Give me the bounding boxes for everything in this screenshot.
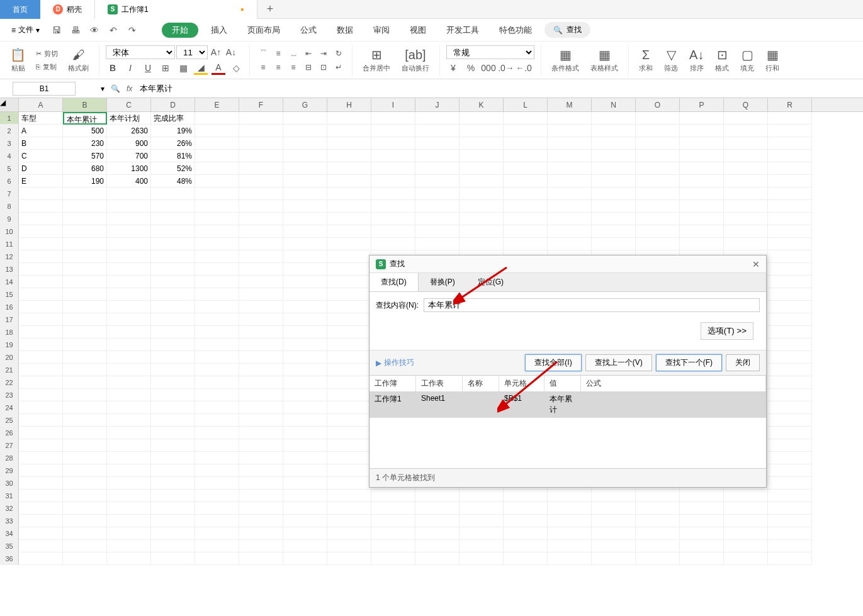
cell[interactable] [19,313,63,326]
cell[interactable] [415,490,460,502]
find-prev-button[interactable]: 查找上一个(V) [585,354,652,371]
cell[interactable] [592,137,636,150]
cell[interactable]: D [19,162,63,175]
cell[interactable] [724,200,768,213]
cell[interactable] [19,200,63,213]
cell[interactable] [195,452,239,464]
cell[interactable] [107,188,151,200]
cell[interactable] [327,427,371,439]
cell[interactable] [151,188,195,200]
cell[interactable] [151,376,195,389]
cell[interactable] [19,464,63,477]
cell[interactable] [768,137,812,150]
cell[interactable] [151,490,195,502]
cell[interactable] [107,401,151,414]
col-header-O[interactable]: O [636,98,680,111]
cell[interactable] [636,125,680,137]
cell[interactable] [63,364,107,376]
tab-docer[interactable]: D 稻壳 [40,0,95,19]
cell[interactable] [19,452,63,464]
cell[interactable] [151,389,195,401]
row-header[interactable]: 31 [0,490,19,502]
font-name-select[interactable]: 宋体 [106,45,175,59]
cell[interactable] [504,238,548,250]
cell[interactable] [283,213,327,225]
row-header[interactable]: 21 [0,364,19,376]
cell[interactable] [239,552,283,565]
cell[interactable] [19,477,63,490]
cell[interactable] [239,301,283,313]
indent-left-icon[interactable]: ⇤ [302,47,315,60]
row-header[interactable]: 13 [0,263,19,276]
cell[interactable] [415,200,460,213]
cell[interactable] [283,401,327,414]
cell[interactable] [239,339,283,351]
cell[interactable] [504,490,548,502]
new-tab-button[interactable]: + [257,3,283,16]
cell[interactable] [195,364,239,376]
cell[interactable] [63,477,107,490]
cell[interactable] [327,452,371,464]
cell[interactable] [195,162,239,175]
cell[interactable] [19,527,63,540]
cell[interactable] [283,452,327,464]
cell[interactable] [371,188,415,200]
cell[interactable] [283,439,327,452]
menu-layout[interactable]: 页面布局 [240,19,288,42]
cell[interactable] [768,452,812,464]
bold-icon[interactable]: B [106,61,120,75]
cell[interactable] [548,502,592,515]
cell[interactable] [548,213,592,225]
cell[interactable] [283,351,327,364]
tips-link[interactable]: ▶ 操作技巧 [376,357,414,368]
cell[interactable] [151,464,195,477]
cell[interactable] [636,137,680,150]
cell[interactable] [548,112,592,125]
cell[interactable] [19,276,63,288]
number-format-select[interactable]: 常规 [446,45,534,59]
row-header[interactable]: 15 [0,288,19,301]
cell[interactable] [151,225,195,238]
row-header[interactable]: 3 [0,137,19,150]
cell[interactable] [107,364,151,376]
cut-button[interactable]: ✂剪切 [33,48,60,60]
cell[interactable] [19,439,63,452]
cell[interactable] [415,552,460,565]
row-header[interactable]: 22 [0,376,19,389]
cell[interactable] [283,414,327,427]
tab-find[interactable]: 查找(D) [369,273,419,291]
cell[interactable]: 48% [151,175,195,188]
cell[interactable] [768,339,812,351]
cell[interactable] [195,490,239,502]
cell[interactable] [239,288,283,301]
cell[interactable] [195,515,239,527]
cell[interactable] [460,188,504,200]
col-header-R[interactable]: R [768,98,812,111]
cell[interactable] [327,515,371,527]
row-header[interactable]: 1 [0,112,19,125]
cell[interactable] [636,188,680,200]
cell[interactable] [19,427,63,439]
print-preview-icon[interactable]: 👁 [87,23,101,37]
cell[interactable] [768,238,812,250]
cell[interactable] [327,200,371,213]
row-header[interactable]: 19 [0,339,19,351]
cell[interactable] [195,326,239,339]
cell[interactable] [239,452,283,464]
cell[interactable] [504,527,548,540]
fill-color-icon[interactable]: ◢ [194,61,208,75]
cell[interactable] [239,490,283,502]
cell[interactable] [195,200,239,213]
cell[interactable] [19,339,63,351]
cell[interactable] [680,515,724,527]
cell[interactable] [768,188,812,200]
cell[interactable] [680,150,724,162]
cell[interactable] [283,540,327,552]
cell[interactable] [239,162,283,175]
cell[interactable] [548,150,592,162]
cell[interactable] [19,515,63,527]
cell[interactable] [195,427,239,439]
cell[interactable] [371,112,415,125]
cell[interactable] [107,238,151,250]
cell[interactable] [63,225,107,238]
